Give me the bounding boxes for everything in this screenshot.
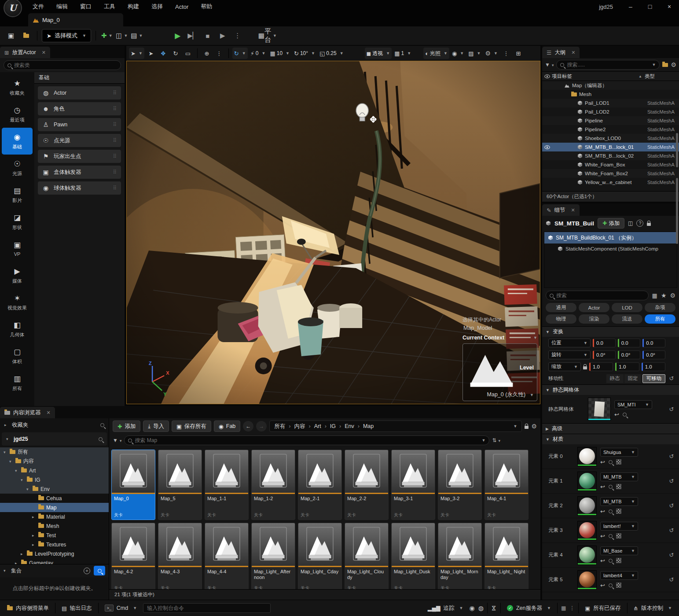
close-button[interactable]: × xyxy=(660,0,679,13)
revision-control-dropdown[interactable]: ⋔版本控制▼ xyxy=(631,605,675,612)
folder-tree-item[interactable]: Cehua xyxy=(0,494,109,503)
help-icon[interactable]: ? xyxy=(636,220,643,227)
drag-grip-icon[interactable]: ⠿ xyxy=(113,90,117,96)
asset-tile[interactable]: Map_5 关卡 xyxy=(158,450,202,520)
reset-icon[interactable]: ↺ xyxy=(668,576,675,583)
cmd-dropdown[interactable]: >_Cmd▼ xyxy=(102,605,139,612)
asset-tile[interactable]: Map_0 关卡 xyxy=(111,450,155,520)
project-section[interactable]: ▾jgd25 xyxy=(2,432,107,446)
outliner-mesh-row[interactable]: Pail_LOD1 StaticMeshA xyxy=(542,99,679,107)
sort-icon[interactable]: ⇅▾ xyxy=(492,437,500,443)
drag-grip-icon[interactable]: ⠿ xyxy=(113,153,117,159)
material-dropdown[interactable]: MI_MTB▼ xyxy=(600,472,638,481)
use-selected-icon[interactable]: ↩ xyxy=(614,411,619,418)
more-icon[interactable]: ⋮ xyxy=(569,605,575,611)
category-item[interactable]: ◷ 最近项 xyxy=(2,101,33,128)
placeable-actor-item[interactable]: ▣ 盒体触发器 ⠿ xyxy=(38,166,121,179)
add-collection-icon[interactable]: + xyxy=(84,568,90,574)
asset-tile[interactable]: Map_4-4 关卡 xyxy=(205,523,249,589)
category-item[interactable]: ▥ 所有 xyxy=(2,369,33,396)
add-button[interactable]: ✚添加 xyxy=(113,421,140,432)
placeable-actor-item[interactable]: ◉ 球体触发器 ⠿ xyxy=(38,181,121,195)
details-filter-button[interactable]: 通用 xyxy=(546,303,576,312)
material-thumbnail[interactable] xyxy=(577,521,597,540)
category-item[interactable]: ✶ 视觉效果 xyxy=(2,289,33,316)
rotate-tool-icon[interactable]: ↻ xyxy=(170,48,181,59)
minimize-button[interactable]: – xyxy=(621,0,640,13)
material-thumbnail[interactable] xyxy=(577,447,597,466)
viewport-scene[interactable]: Z X Y 选择其中的Actor Map_Model Current Conte… xyxy=(126,61,540,404)
drag-grip-icon[interactable]: ⠿ xyxy=(113,106,117,112)
use-selected-icon[interactable]: ↩ xyxy=(600,459,605,465)
folder-tree-item[interactable]: ▸ Textures xyxy=(0,540,109,549)
outliner-mesh-row[interactable]: Pipeline2 StaticMeshA xyxy=(542,125,679,134)
tab-map-0[interactable]: Map_0 xyxy=(28,13,123,26)
use-selected-icon[interactable]: ↩ xyxy=(600,582,605,589)
search-icon[interactable] xyxy=(99,437,103,441)
folder-tree-item[interactable]: ▾ Env xyxy=(0,484,109,494)
reset-icon[interactable]: ↺ xyxy=(668,552,675,558)
snapshot-icon[interactable]: ◍ xyxy=(478,605,484,612)
asset-tile[interactable]: Map_4-2 关卡 xyxy=(111,523,155,589)
folder-tree-item[interactable]: ▾ IG xyxy=(0,475,109,484)
outliner-mesh-row[interactable]: SM_MTB_B...lock_01 StaticMeshA xyxy=(542,143,679,151)
collection-search-button[interactable] xyxy=(94,566,105,575)
drag-grip-icon[interactable]: ⠿ xyxy=(113,169,117,175)
highlight-material-icon[interactable] xyxy=(616,533,621,539)
snap-options-icon[interactable]: ⋮ xyxy=(213,48,225,59)
browse-to-icon[interactable] xyxy=(609,583,613,587)
add-actor-icon[interactable]: ✚▼ xyxy=(100,29,114,42)
caret-icon[interactable]: ▾ xyxy=(26,487,30,491)
folder-tree-item[interactable]: Mesh xyxy=(0,521,109,531)
highlight-material-icon[interactable] xyxy=(616,484,621,489)
scale-y[interactable]: 1.0 xyxy=(615,362,639,371)
forward-icon[interactable]: → xyxy=(256,421,267,432)
current-context-header[interactable]: Current Context▼ xyxy=(462,335,537,341)
browse-to-icon[interactable] xyxy=(623,413,627,417)
placeable-actor-item[interactable]: ⚑ 玩家出生点 ⠿ xyxy=(38,150,121,163)
close-icon[interactable]: ✕ xyxy=(571,50,575,55)
drag-grip-icon[interactable]: ⠿ xyxy=(113,185,117,191)
instance-row[interactable]: SM_MTB_BuildBlock_01 （实例） xyxy=(544,232,677,243)
material-dropdown[interactable]: lambert!▼ xyxy=(600,522,638,531)
fab-button[interactable]: ◉Fab xyxy=(214,421,240,432)
rotation-x[interactable]: 0.0° xyxy=(593,350,616,359)
details-search[interactable] xyxy=(546,291,649,300)
static-mesh-section-header[interactable]: ▼静态网格体 xyxy=(542,384,679,395)
scale-x[interactable]: 1.0 xyxy=(589,362,613,371)
asset-tile[interactable]: Map_3-1 关卡 xyxy=(391,450,435,520)
grid-snap[interactable]: ▦10▼ xyxy=(268,48,291,59)
save-icon[interactable]: ▣ xyxy=(4,29,18,42)
outliner-column-header[interactable]: 项目标签 ▲ 类型 xyxy=(542,71,679,81)
outliner-search[interactable]: ▼ xyxy=(556,60,660,70)
search-icon[interactable] xyxy=(100,423,104,427)
outliner-mesh-row[interactable]: SM_MTB_B...lock_02 StaticMeshA xyxy=(542,151,679,160)
derived-data-icon[interactable]: ▦ xyxy=(561,605,566,611)
search-input[interactable] xyxy=(567,62,647,68)
menu-item[interactable]: 帮助 xyxy=(195,0,218,13)
materials-section-header[interactable]: ▼材质 xyxy=(542,434,679,444)
material-dropdown[interactable]: MI_Base▼ xyxy=(600,546,638,555)
folder-tree-item[interactable]: ▾ 所有 xyxy=(0,447,109,457)
caret-icon[interactable]: ▾ xyxy=(9,459,13,464)
highlight-material-icon[interactable] xyxy=(616,558,621,563)
static-mesh-thumbnail[interactable] xyxy=(588,398,611,421)
show-flags-icon[interactable]: ▨▼ xyxy=(466,48,482,59)
scale-z[interactable]: 1.0 xyxy=(642,362,665,371)
console-input-box[interactable] xyxy=(143,603,271,613)
category-item[interactable]: ☉ 光源 xyxy=(2,155,33,181)
static-mesh-dropdown[interactable]: SM_MTI▼ xyxy=(614,400,652,409)
browse-to-icon[interactable] xyxy=(609,509,613,513)
folder-tree-item[interactable]: ▸ Gameplay xyxy=(0,558,109,564)
asset-tile[interactable]: Map_Light_ Afternoon 关卡 xyxy=(251,523,295,589)
material-dropdown[interactable]: lambert4▼ xyxy=(600,571,638,580)
drag-grip-icon[interactable]: ⠿ xyxy=(113,122,117,128)
menu-item[interactable]: 选择 xyxy=(145,0,169,13)
select-mode-dropdown[interactable]: ➤ 选择模式▼ xyxy=(42,29,91,42)
rotation-zero-snap[interactable]: ⚡0▼ xyxy=(249,48,268,59)
browse-content-icon[interactable] xyxy=(19,29,33,42)
asset-search[interactable]: ▼ xyxy=(124,435,489,445)
menu-item[interactable]: 窗口 xyxy=(74,0,98,13)
output-log-button[interactable]: ▤输出日志 xyxy=(59,605,95,612)
details-filter-button[interactable]: 流送 xyxy=(612,314,642,324)
